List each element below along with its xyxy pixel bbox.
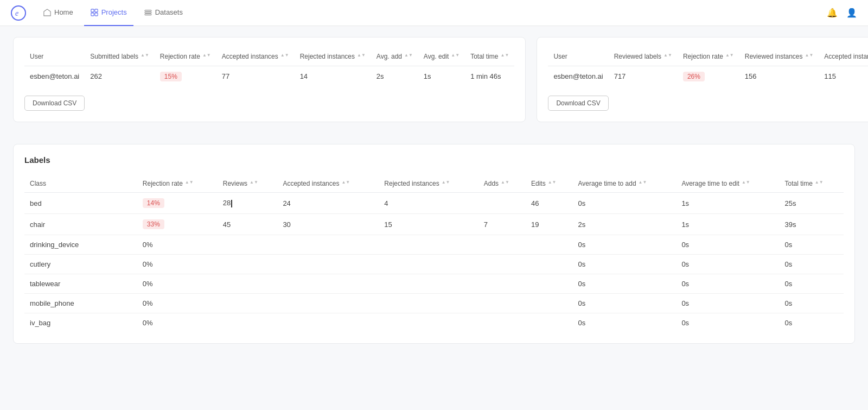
reviews-cell [218,294,278,313]
labels-table: Class Rejection rate ▲▼ Reviews ▲▼ [24,175,844,333]
rejection-rate-cell: 33% [137,214,218,235]
nav-icons: 🔔 👤 [827,8,857,18]
edits-cell [526,255,572,274]
avg-time-edit-cell: 0s [676,235,779,255]
labeler-col-rejected[interactable]: Rejected instances ▲▼ [295,48,371,66]
logo[interactable]: e [11,5,26,21]
accepted-cell [277,313,379,333]
sort-rejected-arrows: ▲▼ [357,53,366,58]
avg-time-edit-cell: 0s [676,274,779,294]
nav-datasets-label: Datasets [155,8,183,16]
labels-col-accepted[interactable]: Accepted instances ▲▼ [277,175,379,193]
reviewer-col-rejection[interactable]: Rejection rate ▲▼ [678,48,739,66]
edits-cell [526,313,572,333]
rejection-rate-cell: 0% [137,255,218,274]
labeler-col-submitted[interactable]: Submitted labels ▲▼ [85,48,155,66]
reviews-cell [218,313,278,333]
labels-table-row: cutlery0%0s0s0s [24,255,844,274]
labels-table-row: mobile_phone0%0s0s0s [24,294,844,313]
labels-table-row: drinking_device0%0s0s0s [24,235,844,255]
labels-col-avg-edit[interactable]: Average time to edit ▲▼ [676,175,779,193]
avg-time-add-cell: 0s [572,193,676,214]
rejection-rate-badge: 33% [143,219,164,229]
labeler-col-rejection[interactable]: Rejection rate ▲▼ [155,48,216,66]
user-icon: 👤 [846,8,857,17]
sort-lbl-avgedit-arrows: ▲▼ [742,180,750,185]
class-cell: tablewear [24,274,137,294]
home-icon [43,9,51,16]
sort-lbl-reviews-arrows: ▲▼ [250,180,258,185]
adds-cell [478,294,526,313]
labels-col-avg-add[interactable]: Average time to add ▲▼ [572,175,676,193]
rejected-cell: 15 [379,214,478,235]
svg-rect-2 [91,9,94,11]
labeler-col-accepted[interactable]: Accepted instances ▲▼ [216,48,295,66]
edits-cell: 19 [526,214,572,235]
labels-col-edits[interactable]: Edits ▲▼ [526,175,572,193]
user-button[interactable]: 👤 [846,8,857,18]
reviewer-col-reviewed-labels[interactable]: Reviewed labels ▲▼ [609,48,678,66]
sort-rev-reviewed-arrows: ▲▼ [805,53,814,58]
reviews-cell [218,274,278,294]
total-time-cell: 0s [779,235,844,255]
sort-lbl-totaltime-arrows: ▲▼ [815,180,824,185]
labeler-table-row: esben@teton.ai26215%77142s1s1 min 46s [24,66,514,87]
class-cell: mobile_phone [24,294,137,313]
labeler-col-avg-edit[interactable]: Avg. edit ▲▼ [418,48,465,66]
reviewer-col-accepted[interactable]: Accepted instances ▲▼ [819,48,868,66]
accepted-cell: 24 [277,193,379,214]
rejection-rate-badge: 15% [160,72,182,81]
labels-col-rejected[interactable]: Rejected instances ▲▼ [379,175,478,193]
avg-time-add-cell: 2s [572,214,676,235]
total-time-cell: 0s [779,294,844,313]
labeler-stats-card: User Submitted labels ▲▼ Rejection rate [13,37,526,122]
nav-home-label: Home [54,8,73,16]
rejection-rate-badge: 26% [683,72,705,81]
sort-rev-rejection-arrows: ▲▼ [725,53,734,58]
rejection-rate-badge: 14% [143,198,164,208]
labeler-col-avg-add[interactable]: Avg. add ▲▼ [371,48,418,66]
avg-time-edit-cell: 0s [676,294,779,313]
sort-lbl-adds-arrows: ▲▼ [501,180,509,185]
nav-projects-label: Projects [101,8,127,16]
avg-time-edit-cell: 0s [676,313,779,333]
labels-table-row: bed14%28244460s1s25s [24,193,844,214]
labels-col-class: Class [24,175,137,193]
labels-col-reviews[interactable]: Reviews ▲▼ [218,175,278,193]
bell-button[interactable]: 🔔 [827,8,838,18]
svg-text:e: e [15,9,18,17]
adds-cell [478,235,526,255]
labels-col-adds[interactable]: Adds ▲▼ [478,175,526,193]
labeler-download-csv[interactable]: Download CSV [24,96,85,111]
reviewer-stats-card: User Reviewed labels ▲▼ Rejection rate [537,37,868,122]
svg-rect-8 [145,14,151,15]
reviewer-download-csv[interactable]: Download CSV [548,96,608,111]
sort-submitted-arrows: ▲▼ [141,53,149,58]
reviewer-table: User Reviewed labels ▲▼ Rejection rate [548,48,868,87]
nav-projects[interactable]: Projects [84,0,133,26]
bell-icon: 🔔 [827,8,838,17]
rejection-rate-cell: 0% [137,235,218,255]
main-content: User Submitted labels ▲▼ Rejection rate [0,26,868,355]
top-cards: User Submitted labels ▲▼ Rejection rate [13,37,855,133]
class-cell: bed [24,193,137,214]
svg-rect-7 [145,12,151,13]
nav-datasets[interactable]: Datasets [138,0,189,26]
labels-col-rejection[interactable]: Rejection rate ▲▼ [137,175,218,193]
accepted-cell: 30 [277,214,379,235]
reviewer-col-reviewed-instances[interactable]: Reviewed instances ▲▼ [739,48,819,66]
labeler-col-total-time[interactable]: Total time ▲▼ [465,48,514,66]
labels-col-total-time[interactable]: Total time ▲▼ [779,175,844,193]
rejection-rate-cell: 0% [137,274,218,294]
rejected-cell [379,274,478,294]
edits-cell [526,294,572,313]
sort-reviewedlabels-arrows: ▲▼ [663,53,672,58]
reviewer-table-row: esben@teton.ai71726%15611541 [548,66,868,87]
labeler-col-user: User [24,48,85,66]
avg-time-edit-cell: 1s [676,214,779,235]
nav-home[interactable]: Home [37,0,80,26]
sort-lbl-rejected-arrows: ▲▼ [442,180,450,185]
edits-cell [526,274,572,294]
class-cell: drinking_device [24,235,137,255]
sort-rejection-arrows: ▲▼ [202,53,211,58]
